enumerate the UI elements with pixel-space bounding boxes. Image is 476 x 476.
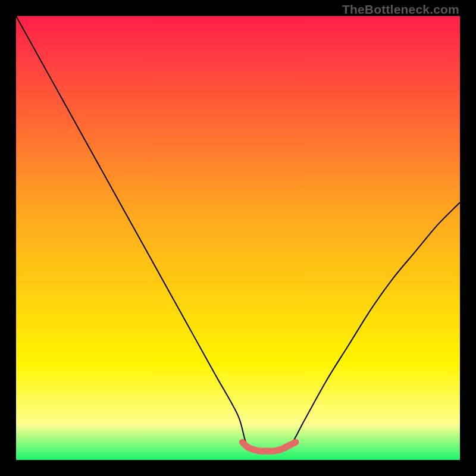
chart-background <box>16 16 460 460</box>
chart-plot <box>16 16 460 460</box>
watermark-text: TheBottleneck.com <box>342 2 459 17</box>
chart-frame <box>16 16 460 460</box>
